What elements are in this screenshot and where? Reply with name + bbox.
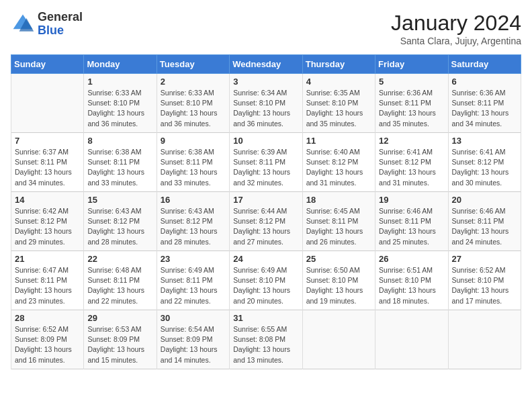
day-number: 7 xyxy=(15,136,80,146)
calendar-cell: 2Sunrise: 6:33 AMSunset: 8:10 PMDaylight… xyxy=(157,74,229,133)
day-info: Sunrise: 6:38 AMSunset: 8:11 PMDaylight:… xyxy=(87,147,152,188)
calendar-cell: 13Sunrise: 6:41 AMSunset: 8:12 PMDayligh… xyxy=(448,133,521,192)
header-row: SundayMondayTuesdayWednesdayThursdayFrid… xyxy=(11,55,521,74)
calendar-cell: 10Sunrise: 6:39 AMSunset: 8:11 PMDayligh… xyxy=(230,133,302,192)
day-number: 11 xyxy=(306,136,371,146)
header-day-thursday: Thursday xyxy=(302,55,375,74)
calendar-cell: 31Sunrise: 6:55 AMSunset: 8:08 PMDayligh… xyxy=(230,310,302,369)
calendar-cell: 7Sunrise: 6:37 AMSunset: 8:11 PMDaylight… xyxy=(11,133,84,192)
day-number: 9 xyxy=(161,136,226,146)
calendar-cell: 6Sunrise: 6:36 AMSunset: 8:11 PMDaylight… xyxy=(448,74,521,133)
calendar-cell: 27Sunrise: 6:52 AMSunset: 8:10 PMDayligh… xyxy=(448,251,521,310)
day-info: Sunrise: 6:51 AMSunset: 8:10 PMDaylight:… xyxy=(379,265,444,306)
day-info: Sunrise: 6:55 AMSunset: 8:08 PMDaylight:… xyxy=(233,324,298,365)
header-day-wednesday: Wednesday xyxy=(230,55,302,74)
calendar-cell: 21Sunrise: 6:47 AMSunset: 8:11 PMDayligh… xyxy=(11,251,84,310)
day-info: Sunrise: 6:47 AMSunset: 8:11 PMDaylight:… xyxy=(15,265,80,306)
day-number: 16 xyxy=(161,195,226,205)
location-subtitle: Santa Clara, Jujuy, Argentina xyxy=(391,36,521,46)
calendar-cell: 14Sunrise: 6:42 AMSunset: 8:12 PMDayligh… xyxy=(11,192,84,251)
day-info: Sunrise: 6:46 AMSunset: 8:11 PMDaylight:… xyxy=(379,206,444,247)
day-info: Sunrise: 6:41 AMSunset: 8:12 PMDaylight:… xyxy=(452,147,517,188)
calendar-cell: 24Sunrise: 6:49 AMSunset: 8:10 PMDayligh… xyxy=(230,251,302,310)
calendar-table: SundayMondayTuesdayWednesdayThursdayFrid… xyxy=(11,54,521,369)
calendar-header: SundayMondayTuesdayWednesdayThursdayFrid… xyxy=(11,55,521,74)
day-info: Sunrise: 6:42 AMSunset: 8:12 PMDaylight:… xyxy=(15,206,80,247)
calendar-cell: 16Sunrise: 6:43 AMSunset: 8:12 PMDayligh… xyxy=(157,192,229,251)
day-info: Sunrise: 6:50 AMSunset: 8:10 PMDaylight:… xyxy=(306,265,371,306)
calendar-body: 1Sunrise: 6:33 AMSunset: 8:10 PMDaylight… xyxy=(11,74,521,369)
day-number: 19 xyxy=(379,195,444,205)
day-info: Sunrise: 6:34 AMSunset: 8:10 PMDaylight:… xyxy=(233,88,298,129)
logo-text: General Blue xyxy=(38,11,83,38)
calendar-week-3: 14Sunrise: 6:42 AMSunset: 8:12 PMDayligh… xyxy=(11,192,521,251)
day-number: 27 xyxy=(452,254,517,264)
day-info: Sunrise: 6:33 AMSunset: 8:10 PMDaylight:… xyxy=(161,88,226,129)
day-info: Sunrise: 6:41 AMSunset: 8:12 PMDaylight:… xyxy=(379,147,444,188)
day-number: 14 xyxy=(15,195,80,205)
calendar-cell: 22Sunrise: 6:48 AMSunset: 8:11 PMDayligh… xyxy=(84,251,157,310)
logo: General Blue xyxy=(11,11,83,38)
day-info: Sunrise: 6:43 AMSunset: 8:12 PMDaylight:… xyxy=(161,206,226,247)
calendar-cell: 12Sunrise: 6:41 AMSunset: 8:12 PMDayligh… xyxy=(375,133,448,192)
calendar-cell: 25Sunrise: 6:50 AMSunset: 8:10 PMDayligh… xyxy=(302,251,375,310)
calendar-cell: 1Sunrise: 6:33 AMSunset: 8:10 PMDaylight… xyxy=(84,74,157,133)
day-number: 30 xyxy=(161,313,226,323)
title-block: January 2024 Santa Clara, Jujuy, Argenti… xyxy=(391,11,521,46)
day-info: Sunrise: 6:45 AMSunset: 8:11 PMDaylight:… xyxy=(306,206,371,247)
calendar-cell: 29Sunrise: 6:53 AMSunset: 8:09 PMDayligh… xyxy=(84,310,157,369)
day-number: 1 xyxy=(87,77,152,87)
day-number: 22 xyxy=(87,254,152,264)
calendar-week-5: 28Sunrise: 6:52 AMSunset: 8:09 PMDayligh… xyxy=(11,310,521,369)
calendar-cell: 8Sunrise: 6:38 AMSunset: 8:11 PMDaylight… xyxy=(84,133,157,192)
day-number: 31 xyxy=(233,313,298,323)
day-number: 5 xyxy=(379,77,444,87)
calendar-cell: 17Sunrise: 6:44 AMSunset: 8:12 PMDayligh… xyxy=(230,192,302,251)
day-number: 15 xyxy=(87,195,152,205)
calendar-cell xyxy=(448,310,521,369)
day-info: Sunrise: 6:36 AMSunset: 8:11 PMDaylight:… xyxy=(379,88,444,129)
day-info: Sunrise: 6:49 AMSunset: 8:10 PMDaylight:… xyxy=(233,265,298,306)
calendar-cell: 3Sunrise: 6:34 AMSunset: 8:10 PMDaylight… xyxy=(230,74,302,133)
day-number: 6 xyxy=(452,77,517,87)
header-day-friday: Friday xyxy=(375,55,448,74)
day-info: Sunrise: 6:54 AMSunset: 8:09 PMDaylight:… xyxy=(161,324,226,365)
day-number: 26 xyxy=(379,254,444,264)
calendar-cell: 30Sunrise: 6:54 AMSunset: 8:09 PMDayligh… xyxy=(157,310,229,369)
day-info: Sunrise: 6:46 AMSunset: 8:11 PMDaylight:… xyxy=(452,206,517,247)
day-number: 24 xyxy=(233,254,298,264)
header-day-tuesday: Tuesday xyxy=(157,55,229,74)
day-number: 12 xyxy=(379,136,444,146)
logo-icon xyxy=(11,12,35,36)
calendar-cell: 28Sunrise: 6:52 AMSunset: 8:09 PMDayligh… xyxy=(11,310,84,369)
day-info: Sunrise: 6:44 AMSunset: 8:12 PMDaylight:… xyxy=(233,206,298,247)
day-number: 4 xyxy=(306,77,371,87)
day-info: Sunrise: 6:37 AMSunset: 8:11 PMDaylight:… xyxy=(15,147,80,188)
day-number: 8 xyxy=(87,136,152,146)
day-info: Sunrise: 6:38 AMSunset: 8:11 PMDaylight:… xyxy=(161,147,226,188)
calendar-week-1: 1Sunrise: 6:33 AMSunset: 8:10 PMDaylight… xyxy=(11,74,521,133)
day-info: Sunrise: 6:53 AMSunset: 8:09 PMDaylight:… xyxy=(87,324,152,365)
day-number: 2 xyxy=(161,77,226,87)
day-number: 10 xyxy=(233,136,298,146)
calendar-cell: 19Sunrise: 6:46 AMSunset: 8:11 PMDayligh… xyxy=(375,192,448,251)
day-info: Sunrise: 6:35 AMSunset: 8:10 PMDaylight:… xyxy=(306,88,371,129)
day-number: 3 xyxy=(233,77,298,87)
day-number: 25 xyxy=(306,254,371,264)
day-number: 28 xyxy=(15,313,80,323)
calendar-cell: 18Sunrise: 6:45 AMSunset: 8:11 PMDayligh… xyxy=(302,192,375,251)
day-info: Sunrise: 6:33 AMSunset: 8:10 PMDaylight:… xyxy=(87,88,152,129)
calendar-cell: 23Sunrise: 6:49 AMSunset: 8:11 PMDayligh… xyxy=(157,251,229,310)
day-info: Sunrise: 6:40 AMSunset: 8:12 PMDaylight:… xyxy=(306,147,371,188)
calendar-cell: 9Sunrise: 6:38 AMSunset: 8:11 PMDaylight… xyxy=(157,133,229,192)
day-info: Sunrise: 6:43 AMSunset: 8:12 PMDaylight:… xyxy=(87,206,152,247)
calendar-week-2: 7Sunrise: 6:37 AMSunset: 8:11 PMDaylight… xyxy=(11,133,521,192)
day-number: 23 xyxy=(161,254,226,264)
calendar-cell: 26Sunrise: 6:51 AMSunset: 8:10 PMDayligh… xyxy=(375,251,448,310)
day-info: Sunrise: 6:39 AMSunset: 8:11 PMDaylight:… xyxy=(233,147,298,188)
calendar-cell: 11Sunrise: 6:40 AMSunset: 8:12 PMDayligh… xyxy=(302,133,375,192)
calendar-cell: 15Sunrise: 6:43 AMSunset: 8:12 PMDayligh… xyxy=(84,192,157,251)
day-info: Sunrise: 6:52 AMSunset: 8:10 PMDaylight:… xyxy=(452,265,517,306)
day-number: 13 xyxy=(452,136,517,146)
header-day-saturday: Saturday xyxy=(448,55,521,74)
